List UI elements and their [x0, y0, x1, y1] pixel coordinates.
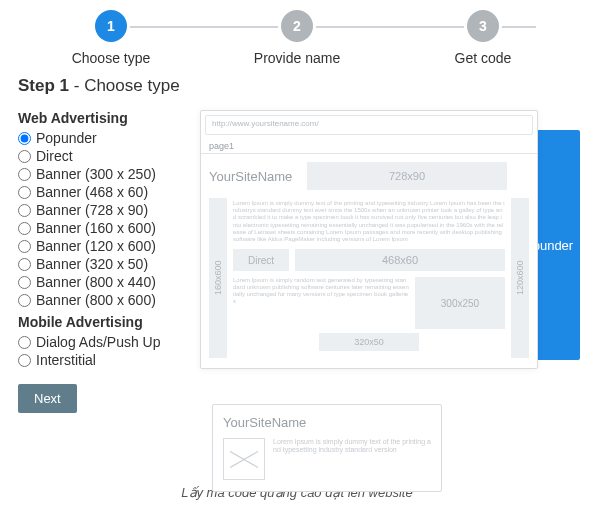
step-heading-rest: - Choose type — [69, 76, 180, 95]
mobile-filler-text: Lorem Ipsum is simply dummy text of the … — [273, 438, 431, 480]
option-popunder[interactable]: Popunder — [18, 130, 196, 146]
next-button[interactable]: Next — [18, 384, 77, 413]
option-320x50-label: Banner (320 x 50) — [36, 256, 148, 272]
group-mobile-title: Mobile Advertising — [18, 314, 196, 330]
step-3[interactable]: 3 Get code — [390, 10, 576, 66]
radio-728x90[interactable] — [18, 204, 31, 217]
radio-direct[interactable] — [18, 150, 31, 163]
option-banner-160x600[interactable]: Banner (160 x 600) — [18, 220, 196, 236]
preview-banner-728x90: 728x90 — [307, 162, 507, 190]
option-160x600-label: Banner (160 x 600) — [36, 220, 156, 236]
radio-dialog-ads[interactable] — [18, 336, 31, 349]
mobile-site-name: YourSiteName — [223, 415, 431, 430]
option-banner-320x50[interactable]: Banner (320 x 50) — [18, 256, 196, 272]
step-heading: Step 1 - Choose type — [18, 76, 576, 96]
preview-direct: Direct — [233, 249, 289, 271]
radio-800x600[interactable] — [18, 294, 31, 307]
option-banner-728x90[interactable]: Banner (728 x 90) — [18, 202, 196, 218]
option-interstitial-label: Interstitial — [36, 352, 96, 368]
option-interstitial[interactable]: Interstitial — [18, 352, 196, 368]
step-1-circle: 1 — [95, 10, 127, 42]
option-banner-800x600[interactable]: Banner (800 x 600) — [18, 292, 196, 308]
step-2-label: Provide name — [204, 50, 390, 66]
step-3-circle: 3 — [467, 10, 499, 42]
image-placeholder-icon — [223, 438, 265, 480]
radio-120x600[interactable] — [18, 240, 31, 253]
option-banner-468x60[interactable]: Banner (468 x 60) — [18, 184, 196, 200]
stepper: 1 Choose type 2 Provide name 3 Get code — [18, 10, 576, 70]
option-banner-800x440[interactable]: Banner (800 x 440) — [18, 274, 196, 290]
site-name: YourSiteName — [209, 169, 299, 184]
option-468x60-label: Banner (468 x 60) — [36, 184, 148, 200]
option-dialog-ads[interactable]: Dialog Ads/Push Up — [18, 334, 196, 350]
option-120x600-label: Banner (120 x 600) — [36, 238, 156, 254]
filler-text-2: Lorem Ipsum is simply random text genera… — [233, 277, 409, 305]
page-tab: page1 — [201, 139, 537, 154]
radio-320x50[interactable] — [18, 258, 31, 271]
step-3-label: Get code — [390, 50, 576, 66]
option-banner-300x250[interactable]: Banner (300 x 250) — [18, 166, 196, 182]
options-panel: Web Advertising Popunder Direct Banner (… — [18, 110, 196, 413]
preview-banner-320x50: 320x50 — [319, 333, 419, 351]
option-popunder-label: Popunder — [36, 130, 97, 146]
preview-banner-300x250: 300x250 — [415, 277, 505, 329]
step-1-label: Choose type — [18, 50, 204, 66]
step-2-circle: 2 — [281, 10, 313, 42]
step-1[interactable]: 1 Choose type — [18, 10, 204, 66]
preview-banner-120x600: 120x600 — [511, 198, 529, 358]
option-800x600-label: Banner (800 x 600) — [36, 292, 156, 308]
preview-area: Popunder http://www.yoursitename.com/ pa… — [200, 110, 580, 410]
radio-300x250[interactable] — [18, 168, 31, 181]
step-2[interactable]: 2 Provide name — [204, 10, 390, 66]
browser-mock: http://www.yoursitename.com/ page1 YourS… — [200, 110, 538, 369]
radio-800x440[interactable] — [18, 276, 31, 289]
preview-banner-468x60: 468x60 — [295, 249, 505, 271]
radio-468x60[interactable] — [18, 186, 31, 199]
option-dialog-ads-label: Dialog Ads/Push Up — [36, 334, 161, 350]
radio-160x600[interactable] — [18, 222, 31, 235]
option-direct-label: Direct — [36, 148, 73, 164]
option-direct[interactable]: Direct — [18, 148, 196, 164]
radio-interstitial[interactable] — [18, 354, 31, 367]
mobile-mock: YourSiteName Lorem Ipsum is simply dummy… — [212, 404, 442, 492]
step-heading-bold: Step 1 — [18, 76, 69, 95]
option-728x90-label: Banner (728 x 90) — [36, 202, 148, 218]
radio-popunder[interactable] — [18, 132, 31, 145]
option-banner-120x600[interactable]: Banner (120 x 600) — [18, 238, 196, 254]
group-web-title: Web Advertising — [18, 110, 196, 126]
address-bar: http://www.yoursitename.com/ — [205, 115, 533, 135]
option-800x440-label: Banner (800 x 440) — [36, 274, 156, 290]
option-300x250-label: Banner (300 x 250) — [36, 166, 156, 182]
filler-text-1: Lorem Ipsum is simply dummy text of the … — [233, 200, 505, 243]
preview-banner-160x600: 160x600 — [209, 198, 227, 358]
